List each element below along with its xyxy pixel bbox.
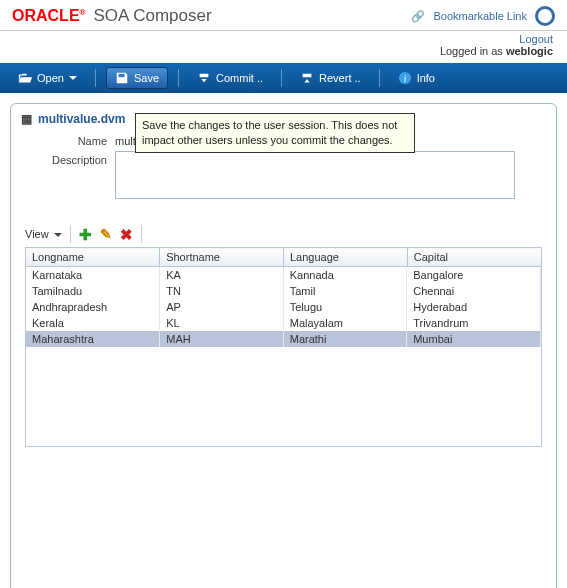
oracle-logo: ORACLE® — [12, 7, 85, 25]
col-header[interactable]: Shortname — [160, 248, 284, 267]
table-cell[interactable]: Hyderabad — [407, 299, 541, 315]
disk-icon — [115, 71, 129, 85]
bookmarkable-link[interactable]: Bookmarkable Link — [433, 10, 527, 22]
save-button[interactable]: Save — [106, 67, 168, 89]
header-right: 🔗 Bookmarkable Link — [411, 6, 555, 26]
toolbar-separator — [281, 69, 282, 87]
table-cell[interactable]: Tamil — [283, 283, 406, 299]
table-cell[interactable]: Malayalam — [283, 315, 406, 331]
table-row[interactable]: KarnatakaKAKannadaBangalore — [26, 267, 541, 283]
table-cell[interactable]: Kannada — [283, 267, 406, 283]
col-header[interactable]: Language — [283, 248, 407, 267]
toolbar-separator — [95, 69, 96, 87]
revert-button[interactable]: Revert .. — [292, 68, 369, 88]
link-icon: 🔗 — [411, 10, 425, 23]
table-cell[interactable]: KA — [160, 267, 283, 283]
col-header[interactable]: Longname — [26, 248, 160, 267]
svg-text:i: i — [403, 73, 406, 84]
table-cell[interactable]: Kerala — [26, 315, 160, 331]
info-icon: i — [398, 71, 412, 85]
file-name: multivalue.dvm — [38, 112, 125, 126]
table-cell[interactable]: TN — [160, 283, 283, 299]
edit-row-button[interactable]: ✎ — [100, 227, 112, 241]
table-row[interactable]: KeralaKLMalayalamTrivandrum — [26, 315, 541, 331]
chevron-down-icon — [69, 76, 77, 80]
logged-in-prefix: Logged in as — [440, 45, 503, 57]
logout-link[interactable]: Logout — [519, 33, 553, 45]
commit-label: Commit .. — [216, 72, 263, 84]
info-button[interactable]: i Info — [390, 68, 443, 88]
logo-area: ORACLE® SOA Composer — [12, 6, 212, 26]
table-row[interactable]: TamilnaduTNTamilChennai — [26, 283, 541, 299]
description-label: Description — [25, 151, 115, 166]
main-toolbar: Open Save Commit .. Revert .. i Info — [0, 63, 567, 93]
app-name: SOA Composer — [93, 6, 211, 26]
table-cell[interactable]: AP — [160, 299, 283, 315]
oracle-o-badge — [535, 6, 555, 26]
table-cell[interactable]: Andhrapradesh — [26, 299, 160, 315]
page-icon: ▦ — [21, 112, 32, 126]
top-header: ORACLE® SOA Composer 🔗 Bookmarkable Link — [0, 0, 567, 31]
header-row: Longname Shortname Language Capital — [26, 248, 542, 267]
logged-in-user: weblogic — [506, 45, 553, 57]
save-label: Save — [134, 72, 159, 84]
table-cell[interactable]: Chennai — [407, 283, 541, 299]
grid-body[interactable]: KarnatakaKAKannadaBangaloreTamilnaduTNTa… — [25, 267, 542, 447]
description-field-row: Description — [11, 149, 556, 201]
grid-zone: View ✚ ✎ ✖ Longname Shortname Language C… — [11, 201, 556, 453]
table-cell[interactable]: KL — [160, 315, 283, 331]
table-cell[interactable]: Karnataka — [26, 267, 160, 283]
revert-label: Revert .. — [319, 72, 361, 84]
table-cell[interactable]: Bangalore — [407, 267, 541, 283]
grid-toolbar: View ✚ ✎ ✖ — [25, 225, 542, 247]
description-input[interactable] — [115, 151, 515, 199]
open-button[interactable]: Open — [10, 68, 85, 88]
delete-row-button[interactable]: ✖ — [120, 227, 133, 242]
content-panel: ▦ multivalue.dvm Name multivalue Descrip… — [10, 103, 557, 588]
info-label: Info — [417, 72, 435, 84]
toolbar-separator — [379, 69, 380, 87]
folder-open-icon — [18, 71, 32, 85]
add-row-button[interactable]: ✚ — [79, 227, 92, 242]
table-row[interactable]: MaharashtraMAHMarathiMumbai — [26, 331, 541, 347]
view-label: View — [25, 228, 49, 240]
table-cell[interactable]: Maharashtra — [26, 331, 160, 347]
grid-separator — [141, 225, 142, 243]
revert-icon — [300, 71, 314, 85]
table-row[interactable]: AndhrapradeshAPTeluguHyderabad — [26, 299, 541, 315]
table-cell[interactable]: Mumbai — [407, 331, 541, 347]
name-label: Name — [25, 132, 115, 147]
table-cell[interactable]: Telugu — [283, 299, 406, 315]
save-tooltip: Save the changes to the user session. Th… — [135, 113, 415, 153]
commit-button[interactable]: Commit .. — [189, 68, 271, 88]
grid-separator — [70, 225, 71, 243]
table-cell[interactable]: Trivandrum — [407, 315, 541, 331]
table-cell[interactable]: Marathi — [283, 331, 406, 347]
col-header[interactable]: Capital — [407, 248, 541, 267]
view-menu[interactable]: View — [25, 228, 62, 240]
open-label: Open — [37, 72, 64, 84]
toolbar-separator — [178, 69, 179, 87]
chevron-down-icon — [54, 233, 62, 237]
user-line: Logout Logged in as weblogic — [0, 31, 567, 63]
grid-header: Longname Shortname Language Capital — [25, 247, 542, 267]
table-cell[interactable]: Tamilnadu — [26, 283, 160, 299]
table-cell[interactable]: MAH — [160, 331, 283, 347]
commit-icon — [197, 71, 211, 85]
